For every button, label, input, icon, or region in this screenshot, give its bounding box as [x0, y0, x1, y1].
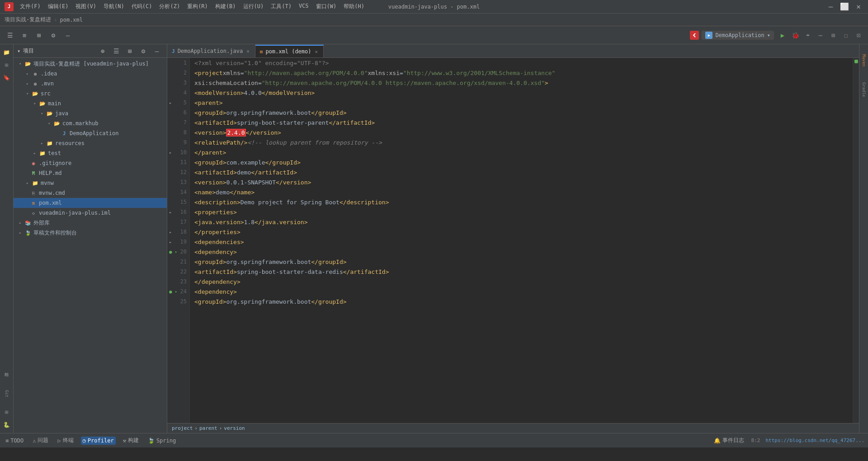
menu-window[interactable]: 窗口(W): [313, 2, 340, 11]
tree-item-package[interactable]: ▾ 📂 com.markhub: [14, 118, 167, 128]
spring-tab[interactable]: 🍃 Spring: [146, 437, 178, 445]
tree-item-root[interactable]: ▾ 📂 项目实战-复盘精进 [vueadmin-java-plus]: [14, 59, 167, 69]
menu-run[interactable]: 运行(U): [241, 2, 267, 11]
tree-item-main[interactable]: ▾ 📂 main: [14, 99, 167, 108]
tree-item-mvnwcmd[interactable]: ⎘ mvnw.cmd: [14, 188, 167, 198]
profiler-tab[interactable]: ◷ Profiler: [81, 437, 116, 445]
project-view-icon[interactable]: 📁: [1, 47, 12, 58]
sidebar-close-btn[interactable]: —: [151, 45, 163, 57]
terminal-icon[interactable]: ⊞: [1, 407, 12, 418]
terminal-tab[interactable]: ▷ 终端: [56, 436, 75, 445]
breadcrumb-project[interactable]: 项目实战-复盘精进: [5, 16, 51, 24]
window-controls[interactable]: — ⬜ ✕: [826, 2, 863, 11]
tree-item-gitignore[interactable]: ◉ .gitignore: [14, 158, 167, 168]
sidebar-settings-btn[interactable]: ⚙: [137, 45, 150, 57]
structure-vertical-icon[interactable]: 结构: [1, 358, 12, 381]
tab-pom-xml[interactable]: m pom.xml (demo) ✕: [255, 45, 324, 57]
tree-item-resources[interactable]: ▸ 📁 resources: [14, 138, 167, 148]
menu-code[interactable]: 代码(C): [129, 2, 155, 11]
problems-tab[interactable]: ⚠ 问题: [31, 436, 50, 445]
event-log-btn[interactable]: 🔔 事件日志: [712, 436, 746, 445]
toolbar-extra3[interactable]: ⊡: [853, 29, 864, 41]
toolbar-settings-btn[interactable]: ⚙: [47, 29, 60, 42]
tree-item-demo-app[interactable]: J DemoApplication: [14, 128, 167, 138]
fold-icon-10[interactable]: ▸: [169, 150, 172, 155]
tab-demo-app[interactable]: J DemoApplication.java ✕: [167, 45, 255, 57]
todo-tab[interactable]: ≡ TODO: [4, 437, 25, 445]
sidebar-list-btn[interactable]: ☰: [110, 45, 123, 57]
tree-item-idea[interactable]: ▸ ● .idea: [14, 69, 167, 79]
sidebar-dropdown-icon[interactable]: ▾: [17, 48, 20, 54]
menu-help[interactable]: 帮助(H): [341, 2, 367, 11]
tab-close-pom[interactable]: ✕: [314, 49, 319, 55]
tree-item-iml[interactable]: ◇ vueadmin-java-plus.iml: [14, 208, 167, 218]
tree-arrow: ▸: [26, 181, 32, 185]
line-num-19: ▸ 19: [167, 237, 189, 247]
menu-view[interactable]: 视图(V): [73, 2, 99, 11]
fold-icon-19[interactable]: ▸: [169, 240, 172, 245]
toolbar-expand-btn[interactable]: ⊞: [33, 29, 45, 42]
menu-build[interactable]: 构建(B): [212, 2, 239, 11]
back-button[interactable]: [690, 31, 699, 40]
tree-item-external-libs[interactable]: ▸ 📚 外部库: [14, 218, 167, 228]
menu-bar[interactable]: 文件(F) 编辑(E) 视图(V) 导航(N) 代码(C) 分析(Z) 重构(R…: [17, 2, 367, 11]
code-line-5: <parent>: [194, 98, 853, 108]
menu-file[interactable]: 文件(F): [17, 2, 43, 11]
tree-item-scratches[interactable]: ▸ 🍃 草稿文件和控制台: [14, 228, 167, 238]
tree-item-src[interactable]: ▾ 📂 src: [14, 89, 167, 99]
menu-vcs[interactable]: VCS: [296, 2, 311, 11]
structure-icon[interactable]: ⊞: [1, 60, 12, 71]
blog-link[interactable]: https://blog.csdn.net/qq_47267...: [765, 437, 864, 443]
code-editor[interactable]: <?xml version="1.0" encoding="UTF-8"?> <…: [190, 58, 853, 423]
tree-item-help[interactable]: M HELP.md: [14, 168, 167, 178]
fold-icon-20[interactable]: ▸: [175, 249, 177, 254]
toolbar-list-btn[interactable]: ≡: [18, 29, 31, 42]
menu-navigate[interactable]: 导航(N): [101, 2, 127, 11]
fold-icon-5[interactable]: ▸: [169, 100, 172, 105]
debug-button[interactable]: 🐞: [789, 29, 801, 41]
tab-label: pom.xml (demo): [265, 48, 311, 55]
fold-icon-24[interactable]: ▸: [175, 289, 177, 294]
right-gutter[interactable]: [853, 58, 859, 423]
breadcrumb-version-node[interactable]: version: [224, 425, 245, 431]
folder-icon: 📁: [39, 150, 46, 157]
more-run-btn[interactable]: ⋯: [815, 29, 826, 41]
code-line-24: <dependency>: [194, 287, 853, 296]
minimize-button[interactable]: —: [826, 2, 836, 11]
coverage-button[interactable]: ☂: [802, 29, 814, 41]
gradle-icon[interactable]: Gradle: [860, 76, 868, 103]
tree-item-mvnw[interactable]: ▸ 📁 mvnw: [14, 178, 167, 188]
sidebar-expand-btn[interactable]: ⊞: [123, 45, 136, 57]
code-line-4: <modelVersion>4.0.0</modelVersion>: [194, 88, 853, 98]
tree-item-mvn[interactable]: ▸ ● .mvn: [14, 79, 167, 89]
menu-tools[interactable]: 工具(T): [268, 2, 294, 11]
maximize-button[interactable]: ⬜: [837, 2, 852, 11]
fold-icon-16[interactable]: ▸: [169, 210, 172, 215]
menu-refactor[interactable]: 重构(R): [184, 2, 211, 11]
tree-item-test[interactable]: ▸ 📁 test: [14, 148, 167, 158]
git-vertical-icon[interactable]: Git: [1, 382, 12, 405]
breadcrumb-parent-node[interactable]: parent: [199, 425, 217, 431]
toolbar-collapse-btn[interactable]: —: [61, 29, 74, 42]
fold-icon-18[interactable]: ▸: [169, 230, 172, 235]
maven-icon[interactable]: Maven: [860, 47, 868, 74]
build-tab[interactable]: ⚒ 构建: [121, 436, 141, 445]
tab-close-demo[interactable]: ✕: [245, 48, 250, 54]
breadcrumb-file[interactable]: pom.xml: [60, 17, 83, 23]
tree-item-java[interactable]: ▾ 📂 java: [14, 108, 167, 118]
toolbar-extra2[interactable]: ☐: [840, 29, 852, 41]
run-configuration[interactable]: ▶ DemoApplication ▾: [702, 31, 774, 40]
sidebar-add-btn[interactable]: ⊕: [96, 45, 109, 57]
toolbar-left: ☰ ≡ ⊞ ⚙ —: [4, 29, 74, 42]
toolbar-extra1[interactable]: ⊞: [827, 29, 839, 41]
menu-analyze[interactable]: 分析(Z): [156, 2, 183, 11]
menu-edit[interactable]: 编辑(E): [45, 2, 71, 11]
tree-item-pom[interactable]: m pom.xml: [14, 198, 167, 208]
tree-label: 项目实战-复盘精进 [vueadmin-java-plus]: [33, 60, 149, 68]
project-tree-toggle[interactable]: ☰: [4, 29, 16, 42]
python-icon[interactable]: 🐍: [1, 419, 12, 430]
close-button[interactable]: ✕: [854, 2, 863, 11]
breadcrumb-project-node[interactable]: project: [172, 425, 193, 431]
run-button[interactable]: ▶: [777, 29, 788, 41]
bookmarks-icon[interactable]: 🔖: [1, 72, 12, 83]
